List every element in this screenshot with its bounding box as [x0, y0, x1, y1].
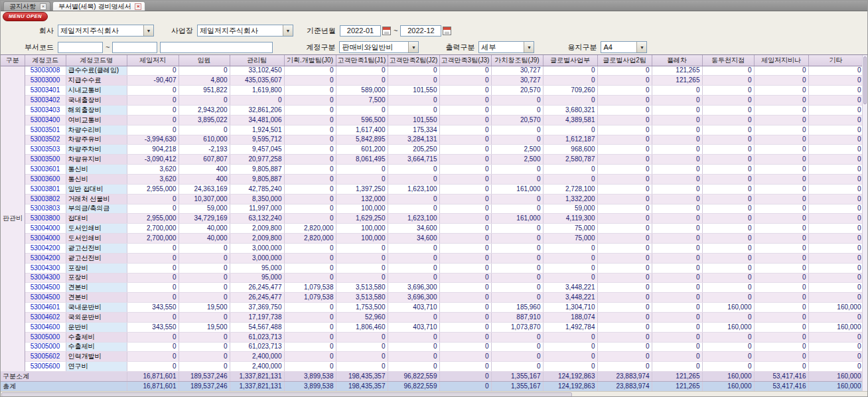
- column-header[interactable]: 글로벌사업2팀: [597, 55, 652, 66]
- column-header[interactable]: 구분: [1, 55, 25, 66]
- table-row[interactable]: 53004600운반비343,55019,50054,567,48801,806…: [1, 322, 863, 332]
- table-row[interactable]: 53004200광고선전비003,000,00000000000000: [1, 243, 863, 253]
- amount-cell: 19,500: [179, 303, 230, 313]
- column-header[interactable]: 계정코드명: [66, 55, 127, 66]
- column-header[interactable]: 제일저지: [127, 55, 179, 66]
- amount-cell: 0: [702, 165, 754, 175]
- table-row[interactable]: 53005000수출제비0061,023,71300000000000: [1, 332, 863, 342]
- table-row[interactable]: 53004300포장비0095,00000000000000: [1, 273, 863, 283]
- amount-cell: 0: [388, 76, 439, 86]
- column-header[interactable]: 글로벌사업부: [543, 55, 597, 66]
- company-select[interactable]: 제일저지주식회사 ▼: [58, 25, 154, 37]
- column-header[interactable]: 고객만족3팀(J3): [439, 55, 491, 66]
- table-row[interactable]: 53003400여비교통비03,895,02234,481,0060596,50…: [1, 115, 863, 125]
- table-row[interactable]: 53003802거래처 선물비010,307,0008,350,0000132,…: [1, 194, 863, 204]
- dept-name-input[interactable]: [160, 42, 273, 53]
- table-row[interactable]: 53004300포장비0095,00000000000000: [1, 263, 863, 273]
- period-from-input[interactable]: [340, 25, 381, 37]
- column-header[interactable]: 관리팀: [230, 55, 284, 66]
- amount-cell: 59,000: [179, 204, 230, 214]
- table-row[interactable]: 53003601통신비3,6204009,805,88700000000000: [1, 165, 863, 175]
- amount-cell: 0: [597, 362, 652, 372]
- table-row[interactable]: 53003402국내출장비00007,500000000000: [1, 96, 863, 106]
- amount-cell: 0: [439, 145, 491, 155]
- vertical-scrollbar[interactable]: [862, 55, 867, 391]
- amount-cell: 0: [597, 204, 652, 214]
- calendar-icon[interactable]: [382, 27, 391, 35]
- tab-notice[interactable]: 공지사항 ×: [3, 1, 50, 11]
- column-header[interactable]: 제일저지비나: [754, 55, 808, 66]
- close-icon[interactable]: ×: [40, 3, 46, 10]
- account-code-cell: 53004000: [25, 224, 66, 234]
- table-row[interactable]: 53003502차량주유비-3,994,630610,0009,595,7120…: [1, 135, 863, 145]
- table-row[interactable]: 판관비53003008급수수료(클레임)0033,102,450000030,7…: [1, 66, 863, 76]
- dept-code-to-input[interactable]: [112, 42, 157, 53]
- calendar-icon[interactable]: [443, 27, 451, 35]
- amount-cell: 0: [336, 243, 388, 253]
- table-row[interactable]: 53004602국외운반비0017,197,738052,96000887,91…: [1, 312, 863, 322]
- amount-cell: 1,623,100: [388, 214, 439, 224]
- amount-cell: 2,700,000: [127, 234, 179, 244]
- tab-expense-report[interactable]: 부서별(세목) 경비명세서 ×: [52, 1, 145, 11]
- amount-cell: 0: [754, 224, 808, 234]
- table-row[interactable]: 53003401시내교통비0951,8221,619,8000589,00010…: [1, 86, 863, 96]
- amount-cell: 0: [543, 96, 597, 106]
- table-row[interactable]: 53003503차량주차비904,218-2,1939,457,0450601,…: [1, 145, 863, 155]
- workplace-select[interactable]: 제일저지주식회사 ▼: [197, 25, 293, 37]
- table-row[interactable]: 53003403해외출장비02,943,20032,861,206000003,…: [1, 105, 863, 115]
- amount-cell: 596,500: [336, 115, 388, 125]
- table-row[interactable]: 53004000도서인쇄비2,700,00040,0002,009,8002,8…: [1, 224, 863, 234]
- table-row[interactable]: 53003801일반 접대비2,955,00024,363,16942,785,…: [1, 184, 863, 194]
- scrollbar-thumb[interactable]: [1, 392, 572, 397]
- column-header[interactable]: 고객만족1팀(J1): [336, 55, 388, 66]
- amount-cell: 0: [491, 243, 543, 253]
- close-icon[interactable]: ×: [135, 3, 141, 10]
- table-row[interactable]: 53003803부의금/축의금059,00011,997,0000100,000…: [1, 204, 863, 214]
- table-row[interactable]: 53005600연구비002,400,00000000000000: [1, 362, 863, 372]
- column-header[interactable]: 기타: [808, 55, 863, 66]
- table-row[interactable]: 53003800접대비2,955,00034,729,16963,132,240…: [1, 214, 863, 224]
- account-name-cell: 차량수리비: [66, 125, 127, 135]
- amount-cell: 0: [491, 283, 543, 293]
- amount-cell: 0: [336, 76, 388, 86]
- menu-open-button[interactable]: MENU OPEN: [3, 12, 48, 21]
- scrollbar-thumb[interactable]: [863, 56, 867, 104]
- amount-cell: -2,193: [179, 145, 230, 155]
- table-row[interactable]: 53004200광고선전비003,000,00000000000000: [1, 253, 863, 263]
- table-row[interactable]: 53004500견본비0026,245,4771,079,5383,513,58…: [1, 283, 863, 293]
- table-row[interactable]: 53005602인력개발비002,400,00000000000000: [1, 352, 863, 362]
- table-row[interactable]: 53004500견본비0026,245,4771,079,5383,513,58…: [1, 293, 863, 303]
- amount-cell: 0: [754, 312, 808, 322]
- column-header[interactable]: 계정코드: [25, 55, 66, 66]
- table-row[interactable]: 53003000지급수수료-90,4074,800435,035,6070000…: [1, 76, 863, 86]
- amount-cell: 400: [179, 174, 230, 184]
- dept-code-from-input[interactable]: [58, 42, 103, 53]
- horizontal-scrollbar[interactable]: [1, 391, 867, 397]
- account-code-cell: 53003401: [25, 86, 66, 96]
- column-header[interactable]: 플레차: [652, 55, 702, 66]
- table-row[interactable]: 53003501차량수리비001,924,50101,617,400175,33…: [1, 125, 863, 135]
- paper-type-select[interactable]: A4 ▼: [601, 41, 647, 53]
- amount-cell: 0: [597, 135, 652, 145]
- output-type-select[interactable]: 세부 ▼: [478, 41, 534, 53]
- column-header[interactable]: 기획.개발팀(J0): [284, 55, 336, 66]
- column-header[interactable]: 고객만족2팀(J2): [388, 55, 439, 66]
- column-header[interactable]: 임원: [179, 55, 230, 66]
- table-row[interactable]: 53004000도서인쇄비2,700,00040,0002,009,8002,8…: [1, 234, 863, 244]
- amount-cell: 3,899,538: [284, 382, 336, 392]
- amount-cell: 32,861,206: [230, 105, 284, 115]
- period-to-input[interactable]: [400, 25, 441, 37]
- table-row[interactable]: 53005000수출제비0061,023,71300000000000: [1, 342, 863, 352]
- column-header[interactable]: 가치창조팀(J9): [491, 55, 543, 66]
- table-row[interactable]: 53003600통신비3,6204009,805,88700000000000: [1, 174, 863, 184]
- column-header[interactable]: 동두천지점: [702, 55, 754, 66]
- amount-cell: 0: [597, 174, 652, 184]
- table-row[interactable]: 53004601국내운반비343,55019,50037,369,75001,7…: [1, 303, 863, 313]
- amount-cell: 0: [597, 253, 652, 263]
- amount-cell: 0: [388, 174, 439, 184]
- account-type-select[interactable]: 판매비와일반비 ▼: [339, 41, 419, 53]
- amount-cell: 0: [439, 322, 491, 332]
- amount-cell: 9,457,045: [230, 145, 284, 155]
- table-row[interactable]: 53003500차량유지비-3,090,412607,80720,977,258…: [1, 155, 863, 165]
- amount-cell: 0: [652, 273, 702, 283]
